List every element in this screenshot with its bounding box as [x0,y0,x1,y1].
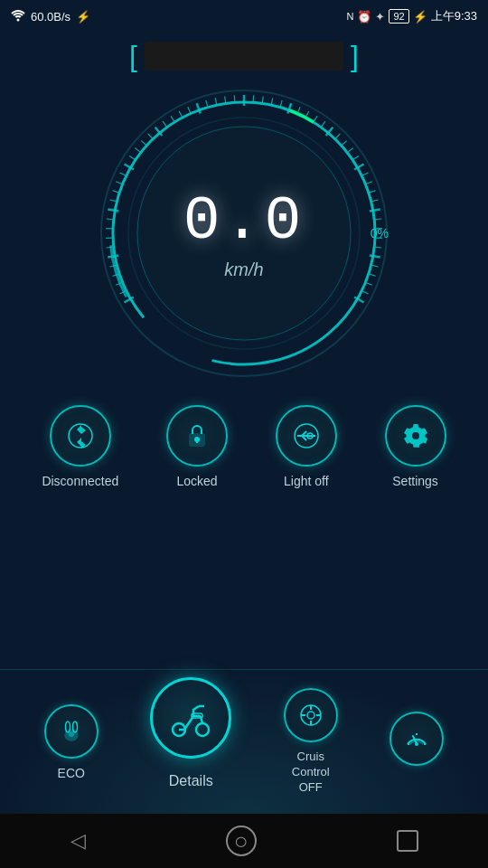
bottom-panel: ECO Details [0,669,488,814]
light-button[interactable]: Light off [276,405,337,488]
nav-bar: ◁ ○ [0,814,488,868]
nav-recents-icon[interactable] [397,830,418,852]
settings-button[interactable]: Settings [385,405,446,488]
speedometer-container: 0.0 km/h 0% [0,80,488,387]
svg-point-22 [196,723,209,736]
bracket-right: ] [351,42,359,71]
nfc-icon: N [346,11,353,22]
status-right: N ⏰ ✦ 92 ⚡ 上午9:33 [346,8,477,24]
lock-icon [183,421,211,450]
cruis-button[interactable]: CruisControlOFF [284,688,338,796]
svg-point-10 [195,438,199,441]
svg-point-31 [415,742,418,746]
eco-circle [44,704,99,759]
light-icon [292,421,321,450]
light-label: Light off [284,474,329,488]
speed-value: 0.0 [183,186,305,256]
svg-point-0 [17,18,20,21]
eco-label: ECO [58,766,85,780]
nav-back-icon[interactable]: ◁ [70,829,86,853]
data-speed: 60.0B/s [31,10,70,24]
controls-section: Disconnected Locked Light off [0,405,488,488]
rabbit-icon [59,719,84,744]
disconnected-circle [50,405,111,467]
speedmeter-button[interactable] [389,712,444,773]
bluetooth-icon [66,421,95,450]
nav-home-icon[interactable]: ○ [226,826,257,856]
cruis-icon [298,703,324,728]
cruis-circle [284,688,338,742]
speedmeter-icon [404,726,429,751]
locked-label: Locked [176,474,217,488]
bluetooth-icon: ✦ [375,10,385,24]
speed-unit: km/h [224,259,263,280]
time: 上午9:33 [431,8,477,24]
battery-percent-display: 0% [371,226,389,241]
usb-icon: ⚡ [76,10,90,24]
device-name-bar [145,42,343,71]
settings-label: Settings [392,474,438,488]
alarm-icon: ⏰ [357,10,371,24]
speedmeter-circle [389,712,444,766]
svg-point-20 [69,731,74,737]
wifi-icon [11,9,25,24]
disconnected-label: Disconnected [42,474,118,488]
bracket-left: [ [129,42,137,71]
scooter-button[interactable]: Details [150,677,231,789]
light-circle [276,405,337,467]
locked-circle [166,405,228,467]
header-bracket: [ ] [0,33,488,71]
status-left: 60.0B/s ⚡ [11,9,90,24]
charge-icon: ⚡ [413,10,427,24]
locked-button[interactable]: Locked [166,405,228,488]
speed-display: 0.0 km/h [183,186,305,280]
details-label: Details [169,773,213,789]
battery-icon: 92 [389,9,408,24]
eco-button[interactable]: ECO [44,704,99,780]
svg-point-25 [307,712,314,719]
status-bar: 60.0B/s ⚡ N ⏰ ✦ 92 ⚡ 上午9:33 [0,0,488,33]
scooter-circle [150,677,231,759]
cruis-label: CruisControlOFF [292,750,330,796]
speedometer-outer: 0.0 km/h 0% [90,80,398,387]
scooter-icon [166,693,215,742]
disconnected-button[interactable]: Disconnected [42,405,118,488]
gear-icon [401,421,430,450]
settings-circle [385,405,446,467]
